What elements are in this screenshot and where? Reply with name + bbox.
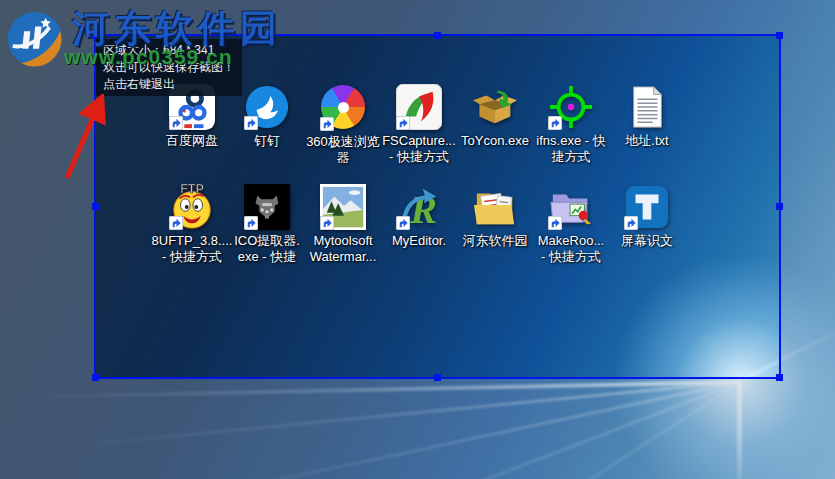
- selection-handle-bottom-middle[interactable]: [434, 374, 441, 381]
- tooltip-save-hint: 双击可以快速保存截图！: [103, 59, 235, 76]
- wallpaper-beam: [737, 382, 742, 479]
- tooltip-region-size: 区域大小：684 * 341: [103, 42, 235, 59]
- selection-handle-top-right[interactable]: [776, 32, 783, 39]
- selection-handle-middle-left[interactable]: [92, 203, 99, 210]
- tooltip-exit-hint: 点击右键退出: [103, 76, 235, 93]
- selection-handle-top-middle[interactable]: [434, 32, 441, 39]
- red-annotation-arrow: [52, 94, 116, 186]
- selection-handle-top-left[interactable]: [92, 32, 99, 39]
- selection-handle-bottom-left[interactable]: [92, 374, 99, 381]
- selection-handle-middle-right[interactable]: [776, 203, 783, 210]
- capture-info-tooltip: 区域大小：684 * 341 双击可以快速保存截图！ 点击右键退出: [96, 39, 242, 96]
- selection-handle-bottom-right[interactable]: [776, 374, 783, 381]
- desktop-screen: 百度网盘 钉钉 360极速浏览 器 FSCapture...: [0, 0, 835, 479]
